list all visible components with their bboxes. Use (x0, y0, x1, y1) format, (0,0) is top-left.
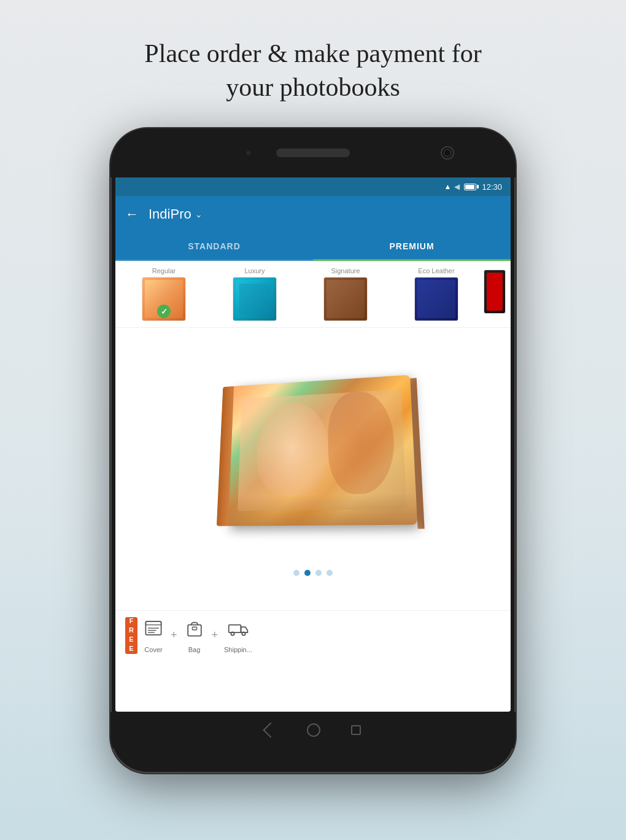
dot-1[interactable] (293, 570, 299, 576)
free-item-cover: Cover (142, 617, 164, 653)
dot-2[interactable] (304, 570, 311, 576)
cover-label: Cover (144, 646, 162, 653)
app-title: IndiPro ⌄ (149, 206, 203, 222)
time-display: 12:30 (482, 182, 502, 192)
cover-type-eco-label: Eco Leather (418, 267, 454, 274)
free-item-shipping: Shippin... (224, 617, 252, 653)
dot-4[interactable] (327, 570, 333, 576)
bottom-banner: FREE Cover + (115, 610, 511, 659)
cover-type-signature[interactable]: Signature (302, 267, 389, 321)
photobook (217, 375, 417, 526)
headline-line2: your photobooks (226, 73, 400, 101)
cover-type-signature-label: Signature (331, 267, 360, 274)
status-bar: ▲ ◀ 12:30 (115, 177, 511, 196)
tab-premium[interactable]: PREMIUM (313, 233, 511, 260)
cover-type-eco[interactable]: Eco Leather (393, 267, 480, 321)
dot-3[interactable] (315, 570, 322, 576)
bag-icon (184, 617, 206, 644)
svg-rect-7 (229, 625, 241, 633)
cover-type-eco-img (414, 277, 458, 321)
cover-type-signature-img (323, 277, 368, 321)
plus-2: + (212, 629, 218, 642)
svg-point-9 (242, 632, 245, 635)
bag-label: Bag (188, 646, 201, 653)
shipping-label: Shippin... (224, 646, 252, 653)
signal-icon: ◀ (454, 182, 460, 191)
phone-wrapper: ▲ ◀ 12:30 ← IndiPro ⌄ STANDARD (0, 128, 626, 773)
camera (441, 146, 454, 160)
headline: Place order & make payment for your phot… (0, 0, 626, 104)
pagination-dots (293, 570, 333, 576)
svg-point-8 (231, 632, 234, 635)
cover-type-regular[interactable]: Regular (120, 267, 207, 321)
cover-type-luxury-img (233, 277, 277, 321)
free-badge: FREE (125, 617, 137, 654)
back-button[interactable]: ← (125, 206, 139, 222)
headline-line1: Place order & make payment for (144, 39, 481, 68)
checkmark-badge (157, 305, 171, 318)
app-bar: ← IndiPro ⌄ (115, 196, 511, 233)
shipping-icon (227, 617, 249, 644)
nav-back[interactable] (263, 722, 278, 737)
free-item-bag: Bag (184, 617, 206, 653)
photobook-display (122, 340, 504, 561)
screen: ▲ ◀ 12:30 ← IndiPro ⌄ STANDARD (115, 177, 511, 712)
cover-type-fifth[interactable] (484, 267, 506, 321)
phone-bottom (110, 712, 516, 749)
cover-type-luxury[interactable]: Luxury (211, 267, 298, 321)
dropdown-arrow[interactable]: ⌄ (195, 209, 203, 219)
wifi-icon: ▲ (444, 182, 452, 191)
app-title-text: IndiPro (149, 206, 191, 222)
free-badge-text: FREE (128, 617, 135, 654)
svg-rect-5 (188, 625, 201, 636)
status-icons: ▲ ◀ 12:30 (444, 182, 502, 192)
svg-rect-6 (192, 627, 196, 629)
cover-types-row: Regular Luxury (115, 261, 511, 328)
tabs-container: STANDARD PREMIUM (115, 233, 511, 261)
cover-icon (142, 617, 164, 644)
cover-type-regular-img (142, 277, 186, 321)
speaker (276, 149, 350, 157)
plus-1: + (171, 629, 177, 642)
cover-type-regular-label: Regular (152, 267, 176, 274)
photobook-display-area (115, 328, 511, 610)
nav-recent[interactable] (351, 725, 361, 735)
nav-home[interactable] (307, 723, 320, 737)
phone-top (110, 128, 516, 177)
phone: ▲ ◀ 12:30 ← IndiPro ⌄ STANDARD (110, 128, 516, 773)
tab-standard[interactable]: STANDARD (115, 233, 313, 260)
cover-type-luxury-label: Luxury (244, 267, 265, 274)
battery-icon (464, 184, 476, 190)
